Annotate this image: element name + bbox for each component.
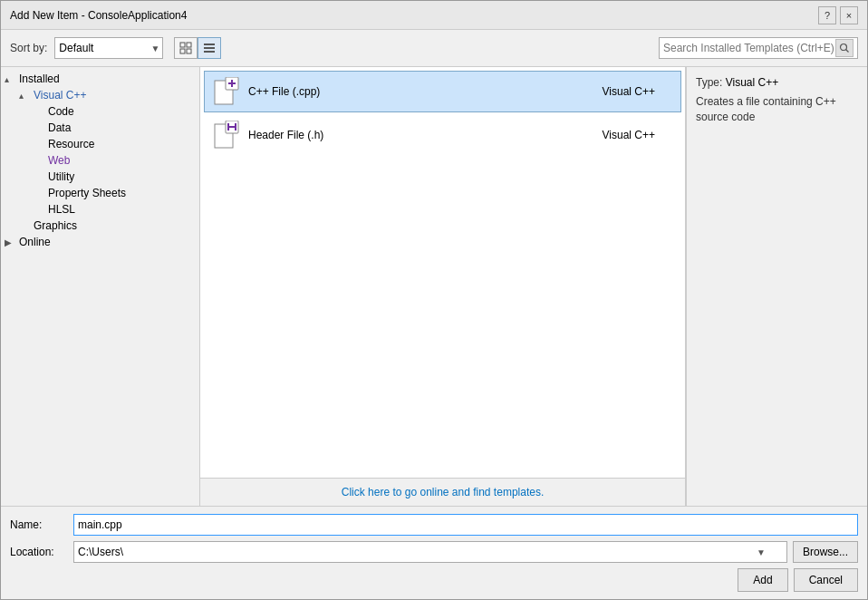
sidebar-label-hlsl: HLSL — [48, 203, 196, 216]
sidebar-item-online[interactable]: ▶ Online — [1, 234, 199, 250]
search-button[interactable] — [835, 39, 854, 57]
header-icon-svg — [213, 121, 240, 150]
title-bar-buttons: ? × — [818, 6, 858, 24]
online-link[interactable]: Click here to go online and find templat… — [342, 486, 544, 498]
dialog-body: Sort by: Default Name Type ▼ — [1, 30, 867, 599]
sidebar-label-data: Data — [48, 121, 196, 134]
header-file-name: Header File (.h) — [248, 129, 603, 141]
svg-rect-5 — [204, 47, 215, 49]
cpp-file-icon — [212, 77, 241, 106]
content-area: C++ File (.cpp) Visual C++ — [200, 67, 686, 506]
info-panel: Type: Visual C++ Creates a file containi… — [686, 67, 867, 506]
sidebar-item-hlsl[interactable]: HLSL — [1, 201, 199, 218]
template-list: C++ File (.cpp) Visual C++ — [200, 67, 685, 478]
close-button[interactable]: × — [840, 6, 858, 24]
sidebar-label-graphics: Graphics — [34, 219, 196, 232]
cpp-file-name: C++ File (.cpp) — [248, 85, 603, 98]
svg-point-7 — [841, 44, 847, 51]
sidebar-item-data[interactable]: Data — [1, 120, 199, 136]
sidebar-label-online: Online — [19, 236, 196, 248]
svg-rect-2 — [180, 49, 185, 53]
sidebar-item-property-sheets[interactable]: Property Sheets — [1, 185, 199, 201]
sidebar-label-property-sheets: Property Sheets — [48, 187, 196, 199]
sidebar-label-web: Web — [48, 154, 196, 167]
svg-rect-6 — [204, 51, 215, 53]
cpp-icon-svg — [213, 77, 240, 106]
sidebar-item-visual-cpp[interactable]: ▴ Visual C++ — [1, 87, 199, 103]
top-bar: Sort by: Default Name Type ▼ — [1, 30, 867, 67]
location-row: Location: C:\Users\ ▼ Browse... — [10, 541, 858, 563]
info-type-row: Type: Visual C++ — [696, 76, 858, 89]
browse-button[interactable]: Browse... — [793, 541, 858, 563]
template-item-header[interactable]: Header File (.h) Visual C++ — [204, 114, 681, 156]
sidebar-item-resource[interactable]: Resource — [1, 136, 199, 152]
sidebar-label-utility: Utility — [48, 170, 196, 183]
sidebar-item-utility[interactable]: Utility — [1, 169, 199, 185]
list-icon — [203, 42, 216, 54]
svg-rect-4 — [204, 44, 215, 45]
sidebar-label-installed: Installed — [19, 73, 196, 85]
sidebar-label-code: Code — [48, 105, 196, 118]
header-file-category: Visual C++ — [603, 129, 655, 141]
grid-icon — [179, 42, 192, 54]
name-label: Name: — [10, 518, 73, 531]
info-type-value: Visual C++ — [726, 76, 778, 89]
online-link-bar: Click here to go online and find templat… — [200, 478, 685, 506]
dialog-title: Add New Item - ConsoleApplication4 — [10, 9, 187, 22]
title-bar: Add New Item - ConsoleApplication4 ? × — [1, 1, 867, 30]
action-buttons: Add Cancel — [10, 568, 858, 592]
sidebar-item-web[interactable]: Web — [1, 152, 199, 169]
sort-label: Sort by: — [10, 42, 47, 54]
search-icon — [839, 43, 850, 53]
expand-arrow-visual-cpp: ▴ — [19, 91, 34, 101]
template-item-cpp[interactable]: C++ File (.cpp) Visual C++ — [204, 71, 681, 112]
svg-line-8 — [846, 50, 849, 53]
list-view-button[interactable] — [198, 37, 221, 59]
cancel-button[interactable]: Cancel — [794, 568, 858, 592]
svg-rect-1 — [187, 43, 191, 47]
location-dropdown-wrapper: C:\Users\ ▼ — [73, 541, 787, 563]
expand-arrow-online: ▶ — [5, 237, 19, 247]
sidebar-item-code[interactable]: Code — [1, 103, 199, 120]
sort-dropdown-wrapper: Default Name Type ▼ — [54, 37, 163, 59]
view-buttons — [174, 37, 221, 59]
svg-rect-3 — [187, 49, 191, 53]
bottom-bar: Name: Location: C:\Users\ ▼ Browse... Ad… — [1, 506, 867, 599]
location-label: Location: — [10, 546, 73, 558]
search-box — [659, 37, 858, 59]
add-button[interactable]: Add — [738, 568, 787, 592]
help-button[interactable]: ? — [818, 6, 836, 24]
sidebar-item-installed[interactable]: ▴ Installed — [1, 71, 199, 87]
header-file-icon — [212, 121, 241, 150]
main-content: ▴ Installed ▴ Visual C++ Code Data — [1, 67, 867, 506]
sidebar-item-graphics[interactable]: Graphics — [1, 218, 199, 234]
name-input[interactable] — [73, 514, 858, 536]
cpp-file-category: Visual C++ — [603, 85, 655, 98]
info-type-label: Type: — [696, 76, 722, 89]
sidebar: ▴ Installed ▴ Visual C++ Code Data — [1, 67, 200, 506]
svg-rect-0 — [180, 43, 185, 47]
name-row: Name: — [10, 514, 858, 536]
sidebar-label-resource: Resource — [48, 138, 196, 150]
grid-view-button[interactable] — [174, 37, 198, 59]
expand-arrow-installed: ▴ — [5, 74, 19, 84]
location-select[interactable]: C:\Users\ — [73, 541, 787, 563]
add-new-item-dialog: Add New Item - ConsoleApplication4 ? × S… — [0, 0, 868, 600]
info-description: Creates a file containing C++ source cod… — [696, 94, 858, 125]
search-input[interactable] — [663, 42, 835, 54]
sort-select[interactable]: Default Name Type — [54, 37, 163, 59]
sidebar-label-visual-cpp: Visual C++ — [34, 89, 196, 102]
